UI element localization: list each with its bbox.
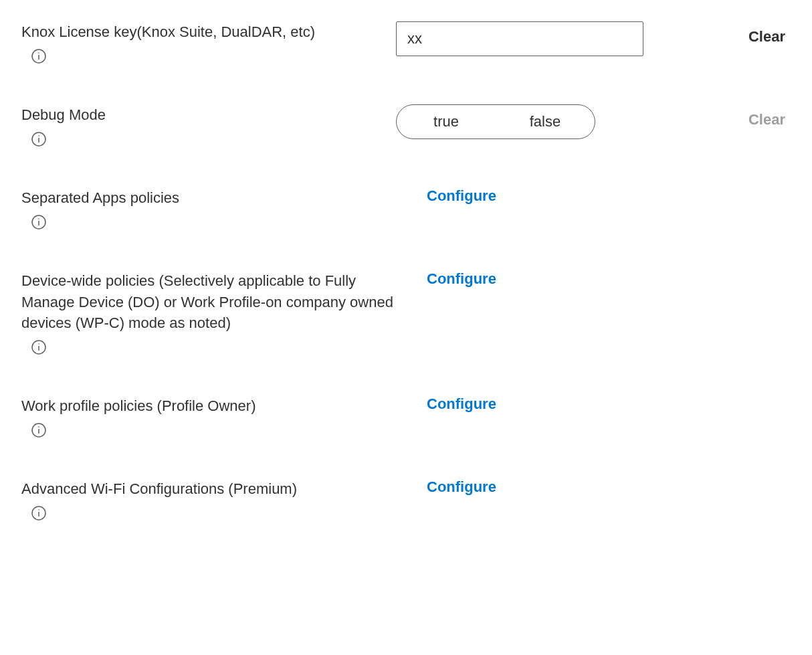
separated-apps-label: Separated Apps policies bbox=[21, 187, 396, 209]
svg-point-2 bbox=[38, 52, 39, 54]
wifi-config-configure-button[interactable]: Configure bbox=[396, 478, 496, 496]
device-wide-row: Device-wide policies (Selectively applic… bbox=[21, 270, 791, 359]
svg-point-11 bbox=[38, 344, 39, 345]
info-icon[interactable] bbox=[31, 422, 47, 438]
debug-mode-row: Debug Mode true false Clear bbox=[21, 104, 791, 150]
debug-mode-control-col: true false bbox=[396, 104, 704, 139]
wifi-config-label-col: Advanced Wi-Fi Configurations (Premium) bbox=[21, 478, 396, 524]
knox-license-label-col: Knox License key(Knox Suite, DualDAR, et… bbox=[21, 21, 396, 67]
debug-mode-clear-col: Clear bbox=[704, 104, 791, 128]
device-wide-control-col: Configure bbox=[396, 270, 704, 288]
device-wide-configure-button[interactable]: Configure bbox=[396, 270, 496, 288]
work-profile-row: Work profile policies (Profile Owner) Co… bbox=[21, 395, 791, 441]
knox-license-label: Knox License key(Knox Suite, DualDAR, et… bbox=[21, 21, 396, 43]
debug-mode-clear-button: Clear bbox=[748, 104, 785, 128]
separated-apps-label-col: Separated Apps policies bbox=[21, 187, 396, 233]
separated-apps-row: Separated Apps policies Configure bbox=[21, 187, 791, 233]
debug-mode-label-col: Debug Mode bbox=[21, 104, 396, 150]
debug-mode-false-option[interactable]: false bbox=[496, 105, 595, 138]
info-icon[interactable] bbox=[31, 131, 47, 147]
separated-apps-configure-button[interactable]: Configure bbox=[396, 187, 496, 205]
knox-license-row: Knox License key(Knox Suite, DualDAR, et… bbox=[21, 21, 791, 67]
wifi-config-label: Advanced Wi-Fi Configurations (Premium) bbox=[21, 478, 396, 500]
info-icon[interactable] bbox=[31, 505, 47, 521]
info-icon[interactable] bbox=[31, 48, 47, 64]
work-profile-label: Work profile policies (Profile Owner) bbox=[21, 395, 396, 417]
work-profile-configure-button[interactable]: Configure bbox=[396, 395, 496, 413]
svg-point-14 bbox=[38, 426, 39, 428]
svg-point-17 bbox=[38, 509, 39, 510]
debug-mode-toggle: true false bbox=[396, 104, 595, 139]
debug-mode-true-option[interactable]: true bbox=[397, 105, 496, 138]
debug-mode-label: Debug Mode bbox=[21, 104, 396, 126]
device-wide-label: Device-wide policies (Selectively applic… bbox=[21, 270, 396, 335]
knox-license-control-col bbox=[396, 21, 704, 56]
knox-license-clear-button[interactable]: Clear bbox=[748, 21, 785, 45]
knox-license-clear-col: Clear bbox=[704, 21, 791, 45]
info-icon[interactable] bbox=[31, 339, 47, 355]
device-wide-label-col: Device-wide policies (Selectively applic… bbox=[21, 270, 396, 359]
work-profile-control-col: Configure bbox=[396, 395, 704, 413]
work-profile-label-col: Work profile policies (Profile Owner) bbox=[21, 395, 396, 441]
svg-point-8 bbox=[38, 218, 39, 219]
knox-license-input[interactable] bbox=[396, 21, 643, 56]
wifi-config-control-col: Configure bbox=[396, 478, 704, 496]
wifi-config-row: Advanced Wi-Fi Configurations (Premium) … bbox=[21, 478, 791, 524]
info-icon[interactable] bbox=[31, 214, 47, 230]
separated-apps-control-col: Configure bbox=[396, 187, 704, 205]
svg-point-5 bbox=[38, 135, 39, 136]
